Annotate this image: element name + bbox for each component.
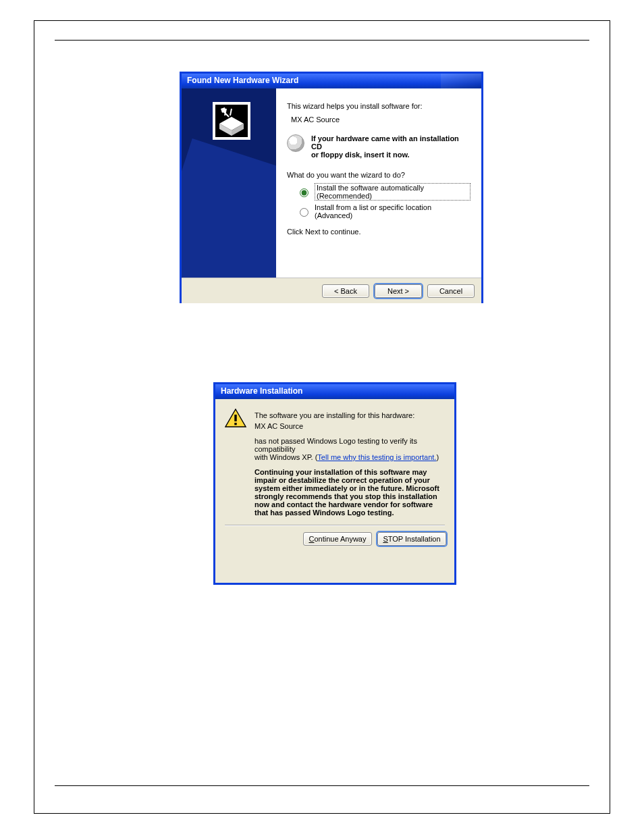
logo-testing-link[interactable]: Tell me why this testing is important. xyxy=(317,453,436,461)
radio-install-automatic-input[interactable] xyxy=(300,188,308,197)
radio-install-from-list-label: Install from a list or specific location… xyxy=(315,203,471,219)
radio-install-automatic[interactable]: Install the software automatically (Reco… xyxy=(296,183,471,201)
radio-install-from-list-input[interactable] xyxy=(300,208,308,217)
continue-anyway-button[interactable]: Continue Anyway xyxy=(303,532,372,546)
hardware-box-icon xyxy=(213,102,250,140)
cd-icon xyxy=(287,134,304,152)
hwinst-title: Hardware Installation xyxy=(221,386,302,396)
wizard-question: What do you want the wizard to do? xyxy=(287,171,471,179)
svg-rect-5 xyxy=(234,415,236,421)
radio-install-from-list[interactable]: Install from a list or specific location… xyxy=(296,203,471,219)
radio-install-automatic-label: Install the software automatically (Reco… xyxy=(315,183,471,201)
cancel-button[interactable]: Cancel xyxy=(427,284,475,298)
wizard-continue-hint: Click Next to continue. xyxy=(287,228,471,236)
warning-icon xyxy=(225,409,246,427)
wizard-titlebar[interactable]: Found New Hardware Wizard xyxy=(182,74,481,88)
wizard-side-panel xyxy=(182,88,276,278)
hardware-installation-dialog: Hardware Installation The software you a… xyxy=(213,382,456,585)
hwinst-warning-bold: Continuing your installation of this sof… xyxy=(254,468,445,517)
next-button[interactable]: Next > xyxy=(375,284,422,298)
hwinst-device-name: MX AC Source xyxy=(254,422,445,430)
found-new-hardware-wizard-dialog: Found New Hardware Wizard xyxy=(180,72,483,303)
hwinst-line1: The software you are installing for this… xyxy=(254,411,445,419)
stop-installation-button[interactable]: STOP Installation xyxy=(377,532,446,546)
svg-rect-6 xyxy=(234,423,236,425)
hwinst-titlebar[interactable]: Hardware Installation xyxy=(215,384,454,399)
wizard-intro-text: This wizard helps you install software f… xyxy=(287,102,471,110)
back-button[interactable]: < Back xyxy=(322,284,369,298)
hwinst-button-row: Continue Anyway STOP Installation xyxy=(215,525,454,546)
wizard-button-row: < Back Next > Cancel xyxy=(182,278,481,303)
hwinst-logo-test-text: has not passed Windows Logo testing to v… xyxy=(254,437,445,461)
wizard-cd-instruction: If your hardware came with an installati… xyxy=(311,134,471,159)
wizard-title: Found New Hardware Wizard xyxy=(187,76,298,85)
wizard-device-name: MX AC Source xyxy=(291,115,471,124)
